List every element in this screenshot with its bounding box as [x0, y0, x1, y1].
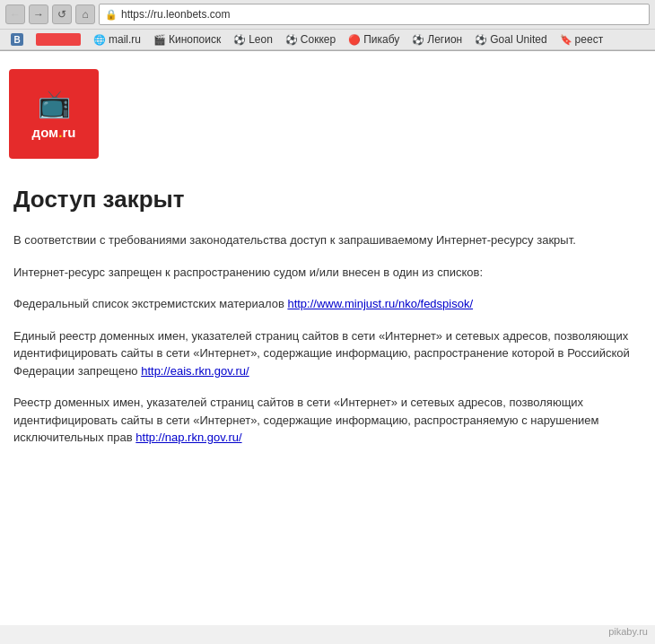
bookmark-mail[interactable]: 🌐 mail.ru — [88, 31, 146, 48]
home-button[interactable]: ⌂ — [75, 4, 95, 24]
content-area: Доступ закрыт В соответствии с требовани… — [0, 177, 655, 488]
bookmark-leon-label: Leon — [249, 33, 273, 46]
eais-prefix: Единый реестр доменных имен, указателей … — [13, 329, 630, 378]
paragraph-4: Единый реестр доменных имен, указателей … — [13, 327, 642, 380]
nap-prefix: Реестр доменных имен, указателей страниц… — [13, 396, 599, 444]
bookmark-goal[interactable]: ⚽ Goal United — [469, 31, 552, 48]
paragraph-2: Интернет-ресурс запрещен к распространен… — [13, 264, 642, 282]
logo-dom: дом — [32, 125, 59, 140]
tv-icon: 📺 — [38, 88, 71, 119]
bookmark-legion-label: Легион — [427, 33, 462, 46]
domru-logo: 📺 дом.ru — [9, 69, 99, 159]
url-input[interactable] — [121, 8, 643, 21]
bookmark-kino[interactable]: 🎬 Кинопоиск — [148, 31, 226, 48]
bookmark-reestr[interactable]: 🔖 реест — [555, 31, 609, 48]
paragraph-3: Федеральный список экстремистских матери… — [13, 295, 642, 313]
bookmark-goal-label: Goal United — [490, 33, 546, 46]
bookmark-pikach-label: Пикабу — [363, 33, 399, 46]
vk-icon: В — [11, 33, 23, 46]
bookmark-leon[interactable]: ⚽ Leon — [228, 31, 278, 48]
back-button[interactable]: ← — [5, 4, 25, 24]
legion-icon: ⚽ — [412, 33, 424, 46]
eais-link[interactable]: http://eais.rkn.gov.ru/ — [141, 364, 249, 378]
nap-link[interactable]: http://nap.rkn.gov.ru/ — [135, 431, 241, 444]
bookmark-kino-label: Кинопоиск — [169, 33, 221, 46]
bookmark-legion[interactable]: ⚽ Легион — [406, 31, 467, 48]
bookmark-soccer[interactable]: ⚽ Соккер — [280, 31, 341, 48]
list-item-1-prefix: Федеральный список экстремистских матери… — [13, 297, 287, 310]
forward-button[interactable]: → — [29, 4, 48, 24]
ssl-icon: 🔒 — [105, 9, 118, 21]
goal-icon: ⚽ — [475, 33, 487, 46]
page-title: Доступ закрыт — [13, 186, 642, 213]
logo-text: дом.ru — [32, 125, 76, 140]
page-content: 📺 дом.ru Доступ закрыт В соответствии с … — [0, 51, 655, 625]
reestr-icon: 🔖 — [560, 33, 572, 46]
pikach-icon: 🔴 — [348, 33, 361, 46]
browser-chrome: ← → ↺ ⌂ 🔒 В 🌐 mail.ru 🎬 Кинопоиск ⚽ Leon — [0, 0, 655, 51]
reload-button[interactable]: ↺ — [52, 4, 72, 24]
bookmark-red[interactable] — [31, 31, 86, 48]
bookmark-reestr-label: реест — [575, 33, 604, 46]
kino-icon: 🎬 — [153, 33, 166, 46]
soccer-icon: ⚽ — [285, 33, 298, 46]
bookmark-soccer-label: Соккер — [301, 33, 336, 46]
mail-icon: 🌐 — [93, 33, 106, 46]
paragraph-1: В соответствии с требованиями законодате… — [13, 231, 642, 249]
bookmarks-bar: В 🌐 mail.ru 🎬 Кинопоиск ⚽ Leon ⚽ Соккер … — [0, 30, 655, 50]
leon-icon: ⚽ — [233, 33, 246, 46]
minjust-link[interactable]: http://www.minjust.ru/nko/fedspisok/ — [287, 297, 473, 310]
logo-ru: ru — [62, 125, 75, 140]
nav-bar: ← → ↺ ⌂ 🔒 — [0, 0, 655, 30]
paragraph-5: Реестр доменных имен, указателей страниц… — [13, 394, 642, 447]
bookmark-pikach[interactable]: 🔴 Пикабу — [343, 31, 405, 48]
address-bar[interactable]: 🔒 — [99, 4, 650, 25]
bookmark-mail-label: mail.ru — [109, 33, 141, 46]
bookmark-vk[interactable]: В — [5, 31, 29, 48]
red-bookmark-icon — [36, 33, 81, 46]
